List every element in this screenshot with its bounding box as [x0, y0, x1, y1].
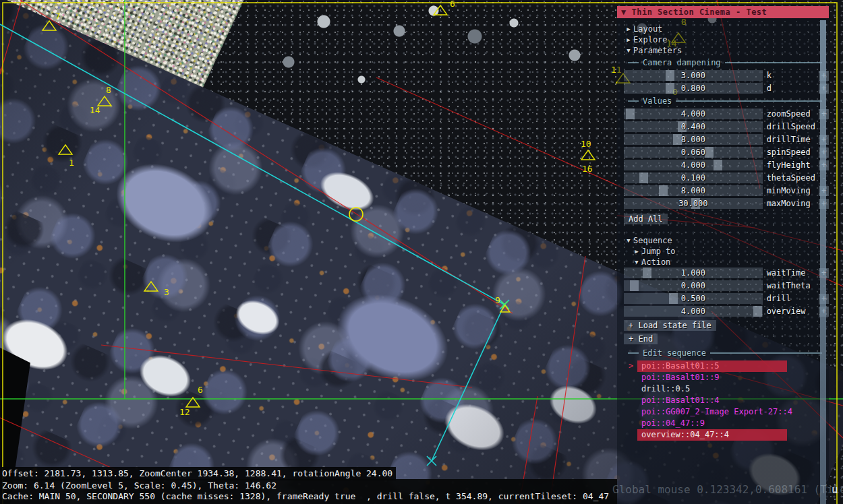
poi-triangle-icon [98, 96, 111, 106]
poi-number-label: 9 [495, 295, 500, 305]
slider-row-drillSpeed: 0.400drillSpeed- [624, 121, 829, 132]
chevron-down-icon: ▼ [624, 237, 633, 244]
poi-number-label: 6 [198, 385, 203, 395]
poi-number-label: 12 [179, 407, 190, 417]
slider-d[interactable]: 0.800 [624, 83, 763, 94]
poi-circle [349, 208, 363, 221]
slider-label: waitTime [767, 268, 819, 278]
load-state-file-button[interactable]: + Load state file [624, 320, 716, 331]
poi-number-label: 16 [582, 164, 593, 174]
poi-number-label: 1 [69, 158, 74, 168]
tree-item-label: Parameters [633, 46, 682, 55]
slider-waitTime[interactable]: 1.000 [624, 267, 763, 278]
tree-item-explore[interactable]: ▶Explore [617, 34, 829, 44]
slider-label: overview [767, 307, 819, 316]
tree-item-action[interactable]: ▼Action [617, 257, 829, 267]
sequence-item-label: poi::GG007_2-Image Export-27::4 [641, 407, 792, 416]
tree-item-jump-to[interactable]: ▶Jump to [617, 246, 829, 256]
slider-value: 0.800 [624, 84, 763, 93]
sequence-item-label: drill::0.5 [641, 384, 690, 393]
sequence-item[interactable]: >poi::Basalt01::5 [637, 360, 787, 372]
slider-k[interactable]: 3.000 [624, 70, 763, 81]
add-all-button[interactable]: Add All [624, 214, 668, 224]
slider-drill[interactable]: 0.500 [624, 293, 763, 304]
panel-title: Thin Section Cinema - Test [631, 7, 767, 17]
sequence-item[interactable]: poi::Basalt01::4 [637, 395, 787, 406]
slider-value: 0.100 [624, 173, 763, 183]
slider-drillTime[interactable]: 8.000 [624, 134, 763, 145]
sequence-item[interactable]: drill::0.5 [637, 383, 787, 395]
tree-item-layout[interactable]: ▶Layout [617, 24, 829, 34]
panel-scrollbar[interactable] [820, 20, 826, 504]
poi-triangle-icon [42, 21, 56, 30]
panel-title-bar[interactable]: ▼ Thin Section Cinema - Test [617, 6, 829, 18]
tileset-grid-line [20, 0, 513, 313]
slider-drillSpeed[interactable]: 0.400 [624, 121, 763, 132]
chevron-right-icon: ▶ [624, 26, 633, 32]
tree-item-sequence[interactable]: ▼Sequence [617, 235, 829, 245]
slider-spinSpeed[interactable]: 0.060 [624, 147, 763, 158]
slider-label: zoomSpeed [767, 109, 819, 119]
control-panel: ▼ Thin Section Cinema - Test ▶Layout▶Exp… [617, 6, 829, 504]
tree-item-label: Action [641, 257, 670, 267]
global-mouse-readout-tail: u [832, 483, 838, 496]
slider-label: waitTheta [767, 281, 819, 290]
poi-number-label: 6 [450, 0, 455, 9]
slider-row-d: 0.800d+ [624, 83, 829, 94]
slider-waitTheta[interactable]: 0.000 [624, 280, 763, 291]
slider-value: 0.060 [624, 148, 763, 157]
slider-label: drillSpeed [767, 122, 819, 131]
sequence-path [0, 24, 504, 461]
slider-maxMoving[interactable]: 30.000 [624, 198, 763, 209]
sequence-item-label: poi::Basalt01::4 [641, 396, 720, 405]
slider-zoomSpeed[interactable]: 4.000 [624, 108, 763, 119]
tree-item-parameters[interactable]: ▼Parameters [617, 45, 829, 55]
collapse-arrow-icon: ▼ [621, 7, 627, 17]
slider-row-drillTime: 8.000drillTime+ [624, 134, 829, 145]
slider-label: drillTime [767, 135, 819, 144]
slider-row-drill: 0.500drill+ [624, 293, 829, 304]
slider-row-thetaSpeed: 0.100thetaSpeed- [624, 172, 829, 183]
sequence-item-label: poi::Basalt01::5 [641, 361, 720, 371]
slider-row-maxMoving: 30.000maxMoving+ [624, 198, 829, 209]
poi-triangle-icon [434, 5, 447, 15]
sequence-item[interactable]: poi::04_47::9 [637, 418, 787, 429]
slider-value: 0.000 [624, 281, 763, 290]
separator-camera-dampening: Camera dampening [628, 57, 829, 68]
separator-label: Edit sequence [643, 348, 706, 358]
sequence-item[interactable]: overview::04_47::4 [637, 429, 787, 441]
slider-value: 0.400 [624, 122, 763, 131]
slider-label: spinSpeed [767, 148, 819, 157]
status-cache-line: Cache: MAIN 50, SECONDARY 550 (cache mis… [2, 491, 609, 501]
poi-number-label: 3 [164, 287, 169, 297]
slider-minMoving[interactable]: 8.000 [624, 185, 763, 196]
app-window: 781413612910166118140 ▼ Thin Section Cin… [0, 0, 843, 504]
tree-item-label: Explore [633, 35, 668, 44]
slider-label: flyHeight [767, 160, 819, 170]
slider-value: 8.000 [624, 186, 763, 195]
tileset-grid-line [550, 256, 585, 504]
poi-number-label: 10 [581, 139, 591, 149]
slider-row-minMoving: 8.000minMoving+ [624, 185, 829, 196]
sequence-item[interactable]: poi::Basalt01::9 [637, 372, 787, 383]
sequence-item[interactable]: poi::GG007_2-Image Export-27::4 [637, 406, 787, 418]
poi-triangle-icon [581, 150, 595, 160]
tileset-grid-line [101, 345, 472, 387]
slider-thetaSpeed[interactable]: 0.100 [624, 172, 763, 183]
sequence-item-label: poi::Basalt01::9 [641, 373, 720, 382]
slider-value: 1.000 [624, 268, 763, 278]
separator-label: Camera dampening [643, 58, 721, 67]
path-x-marker [427, 456, 436, 466]
slider-value: 4.000 [624, 160, 763, 170]
status-zoom-line: Zoom: 6.14 (ZoomLevel 5, Scale: 0.45), T… [2, 480, 277, 491]
slider-label: minMoving [767, 186, 819, 195]
status-offset-line: Offset: 2181.73, 1313.85, ZoomCenter 193… [0, 467, 396, 480]
slider-label: k [767, 71, 819, 80]
chevron-down-icon: ▼ [632, 259, 641, 265]
slider-label: d [767, 84, 819, 93]
end-button[interactable]: + End [624, 334, 658, 344]
slider-flyHeight[interactable]: 4.000 [624, 160, 763, 170]
slider-value: 4.000 [624, 307, 763, 316]
slider-overview[interactable]: 4.000 [624, 306, 763, 317]
slider-row-spinSpeed: 0.060spinSpeed+ [624, 147, 829, 158]
